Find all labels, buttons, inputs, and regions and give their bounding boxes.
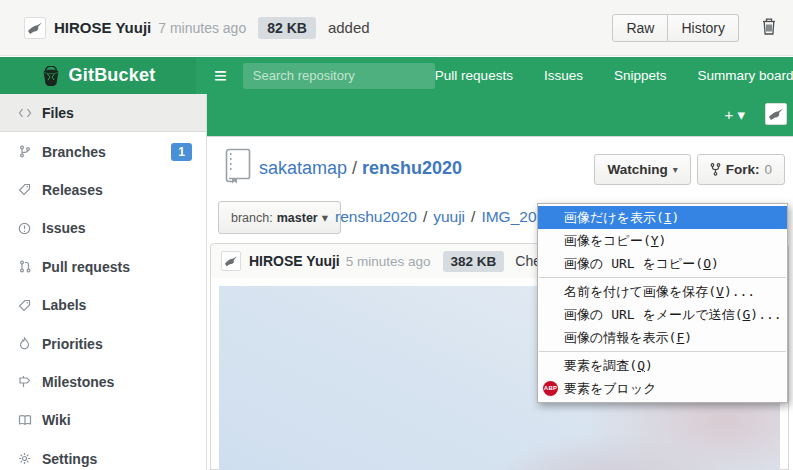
create-new-dropdown[interactable]: + ▾: [725, 106, 745, 124]
watching-label: Watching: [607, 162, 667, 177]
sidebar-item-labels[interactable]: Labels: [0, 286, 206, 324]
sidebar-item-label: Priorities: [42, 336, 103, 352]
book-icon: [16, 414, 33, 426]
delete-file-button[interactable]: [759, 15, 779, 41]
commit-bar: HIROSE Yuuji 7 minutes ago 82 KB added R…: [0, 0, 793, 56]
menu-item-view-image[interactable]: 画像だけを表示(I): [538, 206, 787, 229]
fork-count: 0: [764, 162, 772, 177]
caret-down-icon: ▾: [737, 106, 745, 123]
breadcrumb: renshu2020/yuuji/IMG_20200: [335, 208, 562, 226]
sidebar-item-releases[interactable]: Releases: [0, 171, 206, 209]
main-navbar: GitBucket ≡ Pull requests Issues Snippet…: [0, 57, 793, 94]
pull-request-icon: [16, 260, 33, 273]
branch-name: master: [277, 211, 318, 225]
raw-history-button-group: Raw History: [612, 14, 739, 42]
sidebar-item-branches[interactable]: Branches 1: [0, 132, 206, 170]
sidebar-item-label: Milestones: [42, 374, 114, 390]
repo-title: sakatamap/renshu2020: [259, 158, 462, 179]
menu-item-inspect-element[interactable]: 要素を調査(Q): [538, 354, 787, 377]
fork-button[interactable]: Fork: 0: [697, 154, 785, 185]
menu-item-email-image-url[interactable]: 画像の URL をメールで送信(G)...: [538, 303, 787, 326]
bird-avatar-icon: [768, 106, 784, 122]
repo-header-band: + ▾: [207, 94, 793, 137]
sidebar-item-label: Files: [42, 105, 74, 121]
branch-selector-button[interactable]: branch: master ▾: [218, 201, 341, 234]
image-context-menu: 画像だけを表示(I) 画像をコピー(Y) 画像の URL をコピー(O) 名前を…: [537, 203, 788, 403]
fork-icon: [710, 163, 721, 176]
file-size-badge: 382 KB: [443, 251, 505, 272]
avatar: [221, 251, 241, 271]
file-commit-author: HIROSE Yuuji: [249, 253, 340, 269]
plus-icon: +: [725, 106, 734, 123]
nav-snippets[interactable]: Snippets: [614, 68, 667, 83]
fork-label: Fork:: [726, 162, 760, 177]
bird-avatar-icon: [27, 20, 43, 36]
sidebar-item-label: Settings: [42, 451, 97, 467]
menu-separator: [539, 277, 786, 278]
sidebar-item-label: Pull requests: [42, 259, 130, 275]
commit-message: added: [328, 19, 370, 36]
git-branch-icon: [16, 145, 33, 158]
repo-name-link[interactable]: renshu2020: [362, 158, 462, 178]
sidebar-item-wiki[interactable]: Wiki: [0, 401, 206, 439]
sidebar-item-milestones[interactable]: Milestones: [0, 363, 206, 401]
watching-dropdown-button[interactable]: Watching ▾: [594, 154, 690, 185]
bird-avatar-icon: [224, 254, 238, 268]
caret-down-icon: ▾: [322, 210, 328, 225]
nav-issues[interactable]: Issues: [544, 68, 583, 83]
caret-down-icon: ▾: [673, 164, 678, 175]
adblock-plus-icon: ABP: [543, 381, 558, 396]
branch-label: branch:: [231, 211, 273, 225]
user-avatar[interactable]: [765, 103, 787, 125]
tag-icon: [16, 183, 33, 196]
menu-item-block-element[interactable]: ABP要素をブロック: [538, 377, 787, 400]
brand-name: GitBucket: [69, 65, 156, 86]
sidebar-item-settings[interactable]: Settings: [0, 440, 206, 470]
menu-item-save-image-as[interactable]: 名前を付けて画像を保存(V)...: [538, 280, 787, 303]
sidebar-item-label: Releases: [42, 182, 103, 198]
trash-icon: [761, 17, 777, 36]
nav-summary-board[interactable]: Summary board: [697, 68, 793, 83]
tag-icon: [16, 299, 33, 312]
file-commit-time: 5 minutes ago: [346, 254, 431, 269]
repo-sidebar: Files Branches 1 Releases Issues Pull re…: [0, 94, 207, 470]
sidebar-item-label: Branches: [42, 144, 106, 160]
sidebar-item-priorities[interactable]: Priorities: [0, 324, 206, 362]
repo-owner-link[interactable]: sakatamap: [259, 158, 347, 178]
breadcrumb-separator: /: [423, 208, 427, 225]
branches-count-badge: 1: [171, 143, 192, 161]
milestone-icon: [16, 375, 33, 388]
nav-pull-requests[interactable]: Pull requests: [435, 68, 513, 83]
repo-title-separator: /: [352, 158, 357, 178]
hamburger-menu-icon[interactable]: ≡: [214, 65, 227, 87]
gitbucket-brand[interactable]: GitBucket: [0, 57, 196, 94]
commit-time: 7 minutes ago: [158, 20, 246, 36]
sidebar-item-pull-requests[interactable]: Pull requests: [0, 248, 206, 286]
sidebar-item-label: Issues: [42, 220, 86, 236]
breadcrumb-separator: /: [471, 208, 475, 225]
avatar: [24, 17, 46, 39]
flame-icon: [16, 337, 33, 350]
menu-item-copy-image[interactable]: 画像をコピー(Y): [538, 229, 787, 252]
repo-icon: [223, 148, 251, 188]
history-button[interactable]: History: [668, 14, 739, 42]
gear-icon: [16, 452, 33, 465]
commit-author: HIROSE Yuuji: [54, 19, 151, 36]
code-icon: [16, 107, 33, 119]
commit-bar-actions: Raw History: [612, 14, 779, 42]
issue-icon: [16, 222, 33, 235]
sidebar-item-label: Labels: [42, 297, 86, 313]
navbar-links: Pull requests Issues Snippets Summary bo…: [435, 68, 793, 83]
menu-separator: [539, 351, 786, 352]
sidebar-item-files[interactable]: Files: [0, 94, 206, 132]
breadcrumb-folder[interactable]: yuuji: [433, 208, 465, 225]
breadcrumb-repo[interactable]: renshu2020: [335, 208, 417, 225]
menu-item-copy-image-url[interactable]: 画像の URL をコピー(O): [538, 252, 787, 275]
sidebar-item-label: Wiki: [42, 412, 71, 428]
file-size-badge: 82 KB: [258, 17, 316, 39]
search-input[interactable]: [243, 63, 435, 89]
menu-item-view-image-info[interactable]: 画像の情報を表示(F): [538, 326, 787, 349]
gitbucket-logo-icon: [41, 66, 61, 86]
sidebar-item-issues[interactable]: Issues: [0, 209, 206, 247]
raw-button[interactable]: Raw: [612, 14, 668, 42]
